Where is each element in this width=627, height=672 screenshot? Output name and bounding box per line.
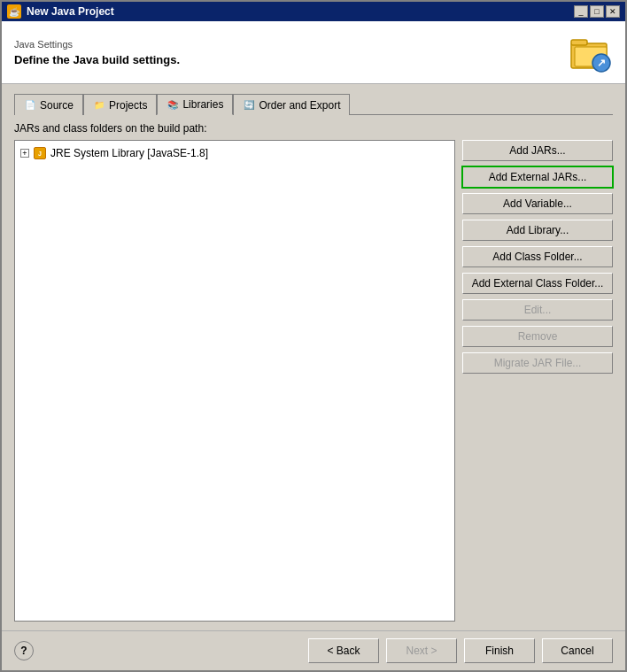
remove-button[interactable]: Remove: [462, 326, 613, 347]
add-class-folder-button[interactable]: Add Class Folder...: [462, 246, 613, 267]
tab-libraries[interactable]: 📚 Libraries: [157, 94, 233, 115]
jre-item-label: JRE System Library [JavaSE-1.8]: [50, 147, 208, 159]
maximize-button[interactable]: □: [590, 5, 604, 18]
tree-item-jre[interactable]: + J JRE System Library [JavaSE-1.8]: [19, 144, 451, 162]
tab-source-label: Source: [40, 99, 74, 112]
jre-item-icon: J: [33, 146, 47, 160]
tree-view[interactable]: + J JRE System Library [JavaSE-1.8]: [14, 140, 455, 622]
tab-source[interactable]: 📄 Source: [14, 94, 83, 115]
title-bar: ☕ New Java Project _ □ ✕: [2, 2, 625, 21]
svg-rect-1: [571, 40, 587, 45]
back-button[interactable]: < Back: [308, 638, 379, 663]
header-title: Define the Java build settings.: [14, 53, 180, 66]
tab-projects[interactable]: 📁 Projects: [83, 94, 157, 115]
header-subtitle: Java Settings: [14, 39, 180, 50]
add-library-button[interactable]: Add Library...: [462, 220, 613, 241]
close-button[interactable]: ✕: [606, 5, 620, 18]
build-path-label: JARs and class folders on the build path…: [14, 122, 613, 135]
add-external-class-folder-button[interactable]: Add External Class Folder...: [462, 273, 613, 294]
next-button[interactable]: Next >: [386, 638, 457, 663]
title-bar-left: ☕ New Java Project: [7, 4, 114, 19]
tab-order-export-label: Order and Export: [259, 99, 340, 112]
main-window: ☕ New Java Project _ □ ✕ Java Settings D…: [0, 0, 627, 672]
add-jars-button[interactable]: Add JARs...: [462, 140, 613, 161]
tabs-bar: 📄 Source 📁 Projects 📚 Libraries 🔄 Order …: [14, 93, 613, 115]
build-path-panel: JARs and class folders on the build path…: [14, 122, 613, 622]
header: Java Settings Define the Java build sett…: [2, 21, 625, 84]
footer-right: < Back Next > Finish Cancel: [308, 638, 613, 663]
window-title: New Java Project: [27, 5, 114, 18]
build-path-content: + J JRE System Library [JavaSE-1.8] Add …: [14, 140, 613, 622]
tree-expander-jre[interactable]: +: [20, 149, 29, 158]
order-export-tab-icon: 🔄: [243, 99, 255, 112]
migrate-jar-button[interactable]: Migrate JAR File...: [462, 352, 613, 374]
finish-button[interactable]: Finish: [464, 638, 535, 663]
cancel-button[interactable]: Cancel: [542, 638, 613, 663]
edit-button[interactable]: Edit...: [462, 299, 613, 321]
title-controls: _ □ ✕: [574, 5, 620, 18]
svg-text:↗: ↗: [597, 57, 606, 69]
source-tab-icon: 📄: [24, 99, 36, 112]
add-external-jars-button[interactable]: Add External JARs...: [462, 166, 613, 188]
tab-projects-label: Projects: [109, 99, 147, 112]
projects-tab-icon: 📁: [93, 99, 105, 112]
footer: ? < Back Next > Finish Cancel: [2, 630, 625, 670]
window-icon: ☕: [7, 4, 21, 19]
header-text: Java Settings Define the Java build sett…: [14, 39, 180, 66]
help-button[interactable]: ?: [14, 641, 34, 660]
libraries-tab-icon: 📚: [166, 98, 179, 111]
jar-icon: J: [34, 147, 46, 159]
header-icon: ↗: [569, 30, 613, 74]
tab-libraries-label: Libraries: [182, 98, 223, 111]
footer-left: ?: [14, 641, 34, 660]
minimize-button[interactable]: _: [574, 5, 588, 18]
buttons-column: Add JARs... Add External JARs... Add Var…: [462, 140, 613, 622]
main-content: 📄 Source 📁 Projects 📚 Libraries 🔄 Order …: [2, 84, 625, 630]
tab-order-export[interactable]: 🔄 Order and Export: [233, 94, 350, 115]
add-variable-button[interactable]: Add Variable...: [462, 193, 613, 214]
